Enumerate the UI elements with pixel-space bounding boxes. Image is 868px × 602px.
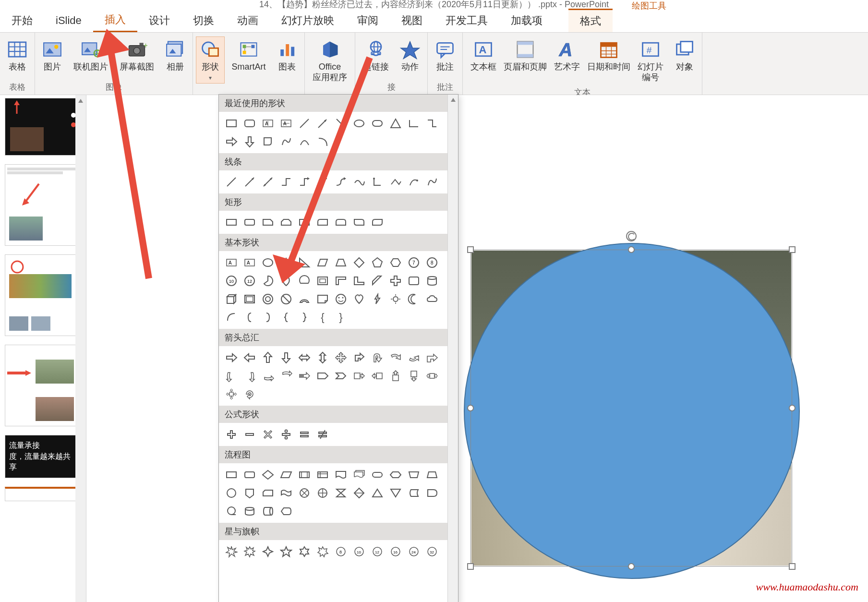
shape-basic-dodecagon[interactable]: 12 — [242, 273, 257, 289]
shape-arrow-more2[interactable] — [424, 350, 440, 365]
shape-arrow-lr[interactable] — [297, 350, 312, 365]
shape-fc-predefined[interactable] — [297, 467, 312, 482]
shape-arrow-bent[interactable] — [351, 350, 367, 365]
thumbnail-6[interactable] — [5, 487, 79, 501]
shape-star-32[interactable]: 32 — [424, 544, 440, 559]
ribbon-textbox[interactable]: A 文本框 — [466, 36, 501, 75]
tab-slideshow[interactable]: 幻灯片放映 — [270, 9, 346, 32]
shape-fc-manual[interactable] — [406, 467, 422, 482]
ribbon-table[interactable]: 表格 — [3, 36, 32, 75]
shape-arrow-curver[interactable] — [224, 368, 239, 384]
shape-arrow-uturn[interactable] — [370, 350, 385, 365]
shape-rect-2[interactable] — [242, 215, 257, 230]
resize-handle-sw[interactable] — [467, 563, 474, 570]
shape-basic-heart[interactable] — [351, 291, 367, 307]
ribbon-smartart[interactable]: SmartArt — [227, 36, 271, 75]
tab-animation[interactable]: 动画 — [226, 9, 270, 32]
ribbon-header-footer[interactable]: 页眉和页脚 — [503, 36, 547, 75]
thumbnail-4[interactable] — [5, 345, 79, 426]
shape-basic-cloud[interactable] — [424, 291, 440, 307]
tab-transition[interactable]: 切换 — [181, 9, 226, 32]
shape-connector-l[interactable] — [406, 116, 422, 131]
shape-fc-internal[interactable] — [315, 467, 330, 482]
ribbon-date-time[interactable]: 日期和时间 — [587, 36, 631, 75]
shape-basic-sun[interactable] — [388, 291, 403, 307]
shape-arrow-u[interactable] — [260, 350, 276, 365]
shape-basic-cube[interactable] — [224, 291, 239, 307]
shape-fc-magdisk[interactable] — [242, 504, 257, 519]
ribbon-object[interactable]: 对象 — [670, 36, 699, 75]
shape-basic-brace-pair-l[interactable]: { — [315, 310, 330, 325]
shape-arrow-striped[interactable] — [297, 368, 312, 384]
shape-basic-donut[interactable] — [260, 291, 276, 307]
shape-line-12[interactable] — [424, 174, 440, 190]
shape-fc-connector[interactable] — [224, 485, 239, 501]
ribbon-picture[interactable]: 图片 — [38, 36, 67, 75]
shape-star-10[interactable]: 10 — [351, 544, 367, 559]
shape-arrow-callout-d[interactable] — [406, 368, 422, 384]
shape-star-6[interactable] — [297, 544, 312, 559]
shape-rounded-rect[interactable] — [242, 116, 257, 131]
shape-arrow-callout-quad[interactable] — [224, 386, 239, 402]
tab-addins[interactable]: 加载项 — [499, 9, 554, 32]
shape-line-11[interactable] — [406, 174, 422, 190]
ribbon-shapes[interactable]: 形状 ▾ — [196, 36, 225, 84]
tab-view[interactable]: 视图 — [390, 9, 434, 32]
rotate-handle[interactable] — [626, 231, 637, 241]
tab-islide[interactable]: iSlide — [44, 9, 93, 32]
resize-handle-ne[interactable] — [789, 246, 796, 253]
shape-arrow-curvel[interactable] — [242, 368, 257, 384]
shape-arrow-quad[interactable] — [333, 350, 349, 365]
shape-fc-multidoc[interactable] — [351, 467, 367, 482]
tab-start[interactable]: 开始 — [0, 9, 44, 32]
shape-star-7[interactable] — [315, 544, 330, 559]
shape-star-explosion2[interactable] — [242, 544, 257, 559]
thumbnail-1[interactable] — [5, 98, 79, 156]
shape-star-explosion1[interactable] — [224, 544, 239, 559]
shape-basic-noentry[interactable] — [278, 291, 294, 307]
shape-arrow-more1[interactable] — [406, 350, 422, 365]
shape-connector-l2[interactable] — [424, 116, 440, 131]
shape-arrow-ud[interactable] — [315, 350, 330, 365]
shape-fc-seqaccess[interactable] — [224, 504, 239, 519]
shape-fc-stored[interactable] — [406, 485, 422, 501]
shape-fc-junction[interactable] — [297, 485, 312, 501]
shape-arrow-l[interactable] — [242, 350, 257, 365]
shape-star-12[interactable]: 12 — [370, 544, 385, 559]
shape-basic-brace-pair-r[interactable]: } — [333, 310, 349, 325]
shape-star-24[interactable]: 24 — [406, 544, 422, 559]
shape-basic-textbox[interactable]: A — [224, 255, 239, 270]
shape-rectangle[interactable] — [224, 116, 239, 131]
shape-fc-decision[interactable] — [260, 467, 276, 482]
shape-fc-or[interactable] — [315, 485, 330, 501]
shape-arrow-circular[interactable] — [242, 386, 257, 402]
shape-basic-plus[interactable] — [388, 273, 403, 289]
shape-basic-can[interactable] — [424, 273, 440, 289]
shape-basic-lightning[interactable] — [370, 291, 385, 307]
shape-eq-multiply[interactable] — [260, 427, 276, 442]
shape-basic-hexagon[interactable] — [388, 255, 403, 270]
shape-fc-manualop[interactable] — [424, 467, 440, 482]
shape-basic-textbox-v[interactable]: A — [242, 255, 257, 270]
shape-fc-tape[interactable] — [278, 485, 294, 501]
shape-fc-sort[interactable] — [351, 485, 367, 501]
shape-arrow-d[interactable] — [278, 350, 294, 365]
shape-arrow-callout-lr[interactable] — [424, 368, 440, 384]
shape-right-arrow[interactable] — [224, 134, 239, 149]
shape-basic-decagon[interactable]: 10 — [224, 273, 239, 289]
shape-eq-plus[interactable] — [224, 427, 239, 442]
shape-fc-card[interactable] — [260, 485, 276, 501]
thumbnail-3[interactable] — [5, 254, 79, 336]
resize-handle-nw[interactable] — [467, 246, 474, 253]
ribbon-comment[interactable]: 批注 — [431, 36, 459, 75]
shape-arrow-curved[interactable] — [278, 368, 294, 384]
shape-basic-brace-l[interactable] — [278, 310, 294, 325]
shape-triangle[interactable] — [388, 116, 403, 131]
shape-fc-extract[interactable] — [370, 485, 385, 501]
shape-arrow-callout-u[interactable] — [388, 368, 403, 384]
shape-fc-merge[interactable] — [388, 485, 403, 501]
shape-arrow-chevron[interactable] — [333, 368, 349, 384]
shape-fc-display[interactable] — [278, 504, 294, 519]
shape-arrow-pentagon[interactable] — [315, 368, 330, 384]
ribbon-wordart[interactable]: A 艺术字 — [549, 36, 585, 75]
